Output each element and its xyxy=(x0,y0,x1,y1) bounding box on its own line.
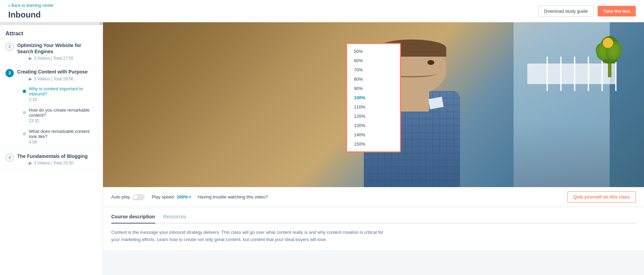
speed-option-140[interactable]: 140% xyxy=(347,130,400,139)
lesson-group-3-title: Creating Content with Purpose xyxy=(17,69,88,75)
lesson-group-3-header[interactable]: 3 Creating Content with Purpose ▶ 3 Vide… xyxy=(5,69,97,81)
lesson-number-3: 3 xyxy=(5,69,14,77)
speed-option-100[interactable]: 100% xyxy=(347,93,400,102)
lesson-group-2: 2 Optimizing Your Website for Search Eng… xyxy=(0,39,103,66)
playspeed-section: Play speed 100% xyxy=(152,194,191,199)
lesson-group-4-title: The Fundamentals of Blogging xyxy=(17,153,88,159)
lesson-group-4-meta-text: 3 Videos | Total 25:50 xyxy=(34,161,73,165)
speed-option-70[interactable]: 70% xyxy=(347,65,400,75)
back-link[interactable]: Back to learning center xyxy=(8,2,54,9)
lesson-item-2-title: How do you create remarkable content? xyxy=(29,107,92,118)
lesson-item-3-duration: 4:08 xyxy=(23,140,92,145)
lesson-group-3: 3 Creating Content with Purpose ▶ 3 Vide… xyxy=(0,66,103,150)
video-container: 50% 60% 70% 80% 90% 100% 110% 120% 130% … xyxy=(103,22,644,187)
playspeed-dropdown-trigger[interactable]: 100% xyxy=(177,194,191,199)
video-icon-2: ▶ xyxy=(29,56,32,61)
speed-option-80[interactable]: 80% xyxy=(347,75,400,84)
lesson-item-3[interactable]: What does remarkable content look like? … xyxy=(5,126,97,147)
take-test-button[interactable]: Take the test xyxy=(598,6,636,16)
autoplay-section: Auto play xyxy=(111,194,145,200)
lesson-dot-1 xyxy=(23,90,26,93)
lesson-number-2: 2 xyxy=(5,43,14,51)
controls-bar: Auto play Play speed 100% Having trouble… xyxy=(103,187,644,207)
lesson-dot-3 xyxy=(23,132,26,136)
lesson-dot-2 xyxy=(23,111,26,114)
lesson-group-3-meta-text: 3 Videos | Total 29:56 xyxy=(34,77,73,81)
lesson-group-2-header[interactable]: 2 Optimizing Your Website for Search Eng… xyxy=(5,42,97,61)
course-description-text: Content is the message your inbound stra… xyxy=(111,229,386,243)
lesson-item-1[interactable]: Why is content important to inbound? 2:1… xyxy=(5,83,97,105)
speed-option-130[interactable]: 130% xyxy=(347,121,400,130)
autoplay-toggle[interactable] xyxy=(133,194,145,200)
main-layout: Attract 2 Optimizing Your Website for Se… xyxy=(0,22,644,275)
sidebar: Attract 2 Optimizing Your Website for Se… xyxy=(0,22,103,275)
tab-resources[interactable]: Resources xyxy=(163,214,186,224)
speed-option-60[interactable]: 60% xyxy=(347,56,400,65)
lesson-group-2-meta-text: 3 Videos | Total 27:55 xyxy=(34,56,73,61)
lesson-item-2[interactable]: How do you create remarkable content? 23… xyxy=(5,105,97,126)
header-actions: Download study guide Take the test xyxy=(538,5,636,17)
autoplay-label: Auto play xyxy=(111,194,130,199)
lesson-group-4: 4 The Fundamentals of Blogging ▶ 3 Video… xyxy=(0,150,103,171)
lesson-group-2-meta: ▶ 3 Videos | Total 27:55 xyxy=(17,56,97,61)
speed-option-50[interactable]: 50% xyxy=(347,47,400,56)
lesson-number-4: 4 xyxy=(5,153,14,162)
page-title: Inbound xyxy=(8,10,54,20)
course-info: Course description Resources Content is … xyxy=(103,207,644,250)
video-icon-4: ▶ xyxy=(29,161,32,165)
quiz-button[interactable]: Quiz yourself on this class xyxy=(567,191,636,203)
speed-option-120[interactable]: 120% xyxy=(347,112,400,121)
toggle-knob xyxy=(133,195,138,199)
speed-option-150[interactable]: 150% xyxy=(347,139,400,149)
page-header: Back to learning center Inbound Download… xyxy=(0,0,644,22)
speed-dropdown: 50% 60% 70% 80% 90% 100% 110% 120% 130% … xyxy=(346,43,401,152)
playspeed-label: Play speed xyxy=(152,194,174,199)
lesson-group-3-meta: ▶ 3 Videos | Total 29:56 xyxy=(17,77,88,81)
speed-option-110[interactable]: 110% xyxy=(347,102,400,112)
speed-option-90[interactable]: 90% xyxy=(347,84,400,93)
download-study-guide-button[interactable]: Download study guide xyxy=(538,5,594,17)
content-area: 50% 60% 70% 80% 90% 100% 110% 120% 130% … xyxy=(103,22,644,275)
lesson-item-3-title: What does remarkable content look like? xyxy=(29,129,92,139)
lesson-group-4-header[interactable]: 4 The Fundamentals of Blogging ▶ 3 Video… xyxy=(5,153,97,165)
sidebar-section-title: Attract xyxy=(0,25,103,39)
lesson-item-1-title: Why is content important to inbound? xyxy=(29,86,92,96)
tab-course-description[interactable]: Course description xyxy=(111,214,155,224)
course-tabs: Course description Resources xyxy=(111,214,636,224)
lesson-group-2-title: Optimizing Your Website for Search Engin… xyxy=(17,42,97,55)
lesson-item-2-duration: 23:32 xyxy=(23,118,92,123)
trouble-link[interactable]: Having trouble watching this video? xyxy=(198,194,561,199)
video-thumbnail: 50% 60% 70% 80% 90% 100% 110% 120% 130% … xyxy=(103,22,644,187)
lesson-item-1-duration: 2:16 xyxy=(23,97,92,102)
header-left: Back to learning center Inbound xyxy=(8,2,54,20)
lesson-group-4-meta: ▶ 3 Videos | Total 25:50 xyxy=(17,161,88,165)
video-icon-3: ▶ xyxy=(29,77,32,81)
